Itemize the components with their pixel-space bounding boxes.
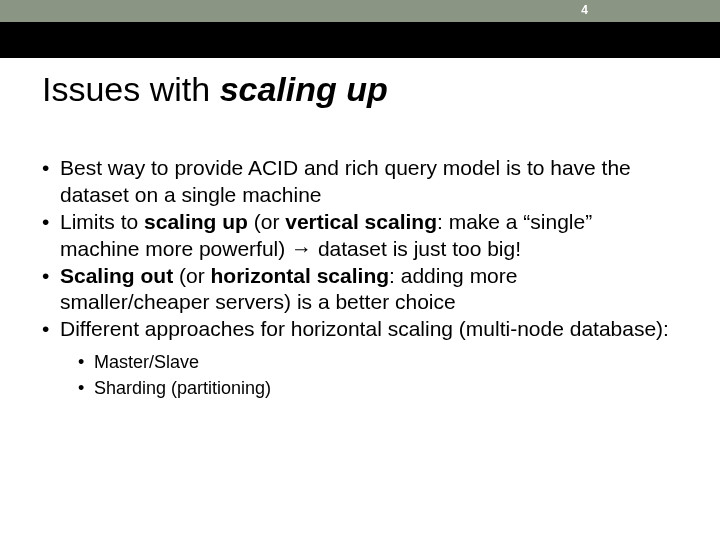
arrow-icon: →: [291, 237, 312, 260]
content-area: Best way to provide ACID and rich query …: [42, 155, 672, 401]
sub-bullet-list: Master/SlaveSharding (partitioning): [78, 349, 672, 401]
bullet-text: scaling up: [144, 210, 248, 233]
bullet-text: vertical scaling: [285, 210, 437, 233]
title-emph: scaling up: [220, 70, 388, 108]
top-bar: 4: [0, 0, 720, 22]
bullet-text: Best way to provide ACID and rich query …: [60, 156, 631, 206]
bullet-text: (or: [248, 210, 285, 233]
bullet-item: Best way to provide ACID and rich query …: [42, 155, 672, 209]
bullet-item: Limits to scaling up (or vertical scalin…: [42, 209, 672, 263]
bullet-item: Scaling out (or horizontal scaling: addi…: [42, 263, 672, 317]
bullet-text: Scaling out: [60, 264, 173, 287]
bullet-text: horizontal scaling: [211, 264, 390, 287]
slide-title: Issues with scaling up: [42, 70, 388, 109]
page-number: 4: [581, 3, 588, 17]
black-bar: [0, 22, 720, 58]
title-plain: Issues with: [42, 70, 220, 108]
bullet-item: Different approaches for horizontal scal…: [42, 316, 672, 401]
sub-bullet-item: Sharding (partitioning): [78, 375, 672, 401]
bullet-text: Different approaches for horizontal scal…: [60, 317, 669, 340]
bullet-text: (or: [173, 264, 210, 287]
slide: 4 Issues with scaling up Best way to pro…: [0, 0, 720, 540]
bullet-text: Limits to: [60, 210, 144, 233]
bullet-list: Best way to provide ACID and rich query …: [42, 155, 672, 401]
bullet-text: dataset is just too big!: [312, 237, 521, 260]
sub-bullet-item: Master/Slave: [78, 349, 672, 375]
